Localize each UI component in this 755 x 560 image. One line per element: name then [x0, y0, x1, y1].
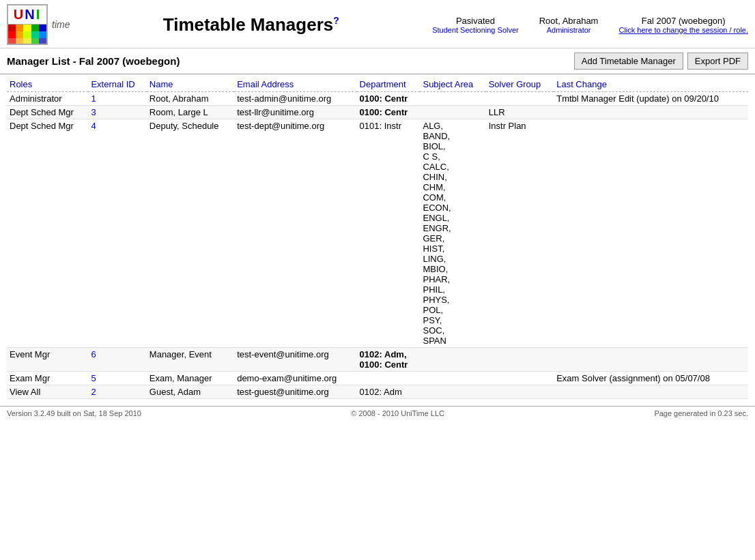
logo-box: UNI — [7, 4, 48, 45]
cell-ext-id: 2 — [88, 385, 146, 399]
add-timetable-manager-button[interactable]: Add Timetable Manager — [574, 53, 683, 70]
logo-area: UNI time — [7, 4, 70, 45]
user-info: Root, Abraham Administrator — [539, 16, 599, 34]
cell-email: test-guest@unitime.org — [234, 385, 356, 399]
cell-ext-id: 5 — [88, 372, 146, 385]
cell-email: test-llr@unitime.org — [234, 106, 356, 119]
table-container: Roles External ID Name Email Address Dep… — [0, 77, 755, 399]
cell-name: Room, Large L — [147, 106, 234, 119]
cell-department: 0101: Instr — [357, 119, 421, 348]
ext-id-link[interactable]: 2 — [91, 387, 96, 397]
cell-email: test-dept@unitime.org — [234, 119, 356, 348]
cell-ext-id: 3 — [88, 106, 146, 119]
cell-role: Dept Sched Mgr — [7, 119, 88, 348]
footer-copyright: © 2008 - 2010 UniTime LLC — [351, 409, 444, 417]
logo-uni: UNI — [8, 5, 46, 25]
top-right-info: Pasivated Student Sectioning Solver Root… — [432, 16, 748, 34]
logo-tile — [31, 25, 39, 31]
col-last-change[interactable]: Last Change — [554, 77, 748, 92]
cell-department — [357, 372, 421, 385]
help-icon[interactable]: ? — [333, 15, 339, 26]
cell-subject-area: ALG, BAND, BIOL, C S, CALC, CHIN, CHM, C… — [420, 119, 485, 348]
cell-last-change — [554, 106, 748, 119]
cell-name: Root, Abraham — [147, 92, 234, 106]
col-last-change-link[interactable]: Last Change — [556, 79, 607, 89]
cell-department: 0102: Adm — [357, 385, 421, 399]
page-title-text: Timetable Managers — [163, 14, 334, 35]
logo-tile — [23, 31, 31, 38]
footer-version: Version 3.2.49 built on Sat, 18 Sep 2010 — [7, 409, 141, 417]
logo-tile — [16, 25, 23, 31]
cell-ext-id: 4 — [88, 119, 146, 348]
ext-id-link[interactable]: 1 — [91, 93, 96, 104]
col-ext-id-link[interactable]: External ID — [91, 79, 134, 89]
cell-role: View All — [7, 385, 88, 399]
ext-id-link[interactable]: 6 — [91, 349, 96, 359]
logo-tile — [23, 38, 31, 45]
col-name[interactable]: Name — [147, 77, 234, 92]
logo-tile — [39, 25, 46, 31]
logo-tile — [31, 38, 39, 45]
table-row: Exam Mgr5Exam, Managerdemo-exam@unitime.… — [7, 372, 748, 385]
col-ext-id[interactable]: External ID — [88, 77, 146, 92]
session-sub[interactable]: Click here to change the session / role. — [618, 26, 748, 34]
export-pdf-button[interactable]: Export PDF — [687, 53, 748, 70]
logo-tiles — [8, 25, 46, 45]
table-header: Roles External ID Name Email Address Dep… — [7, 77, 748, 92]
col-subject-area[interactable]: Subject Area — [420, 77, 485, 92]
col-solver-group-link[interactable]: Solver Group — [489, 79, 541, 89]
table-row: Dept Sched Mgr4Deputy, Scheduletest-dept… — [7, 119, 748, 348]
cell-ext-id: 1 — [88, 92, 146, 106]
cell-name: Guest, Adam — [147, 385, 234, 399]
cell-last-change — [554, 348, 748, 372]
manager-list-title: Manager List - Fal 2007 (woebegon) — [7, 55, 180, 67]
cell-solver-group — [486, 372, 554, 385]
cell-solver-group: Instr Plan — [486, 119, 554, 348]
ext-id-link[interactable]: 3 — [91, 107, 96, 117]
cell-last-change — [554, 119, 748, 348]
cell-department: 0102: Adm,0100: Centr — [357, 348, 421, 372]
cell-subject-area — [420, 92, 485, 106]
ext-id-link[interactable]: 4 — [91, 121, 96, 131]
cell-subject-area — [420, 348, 485, 372]
cell-role: Dept Sched Mgr — [7, 106, 88, 119]
col-department-link[interactable]: Department — [360, 79, 406, 89]
pasivated-info: Pasivated Student Sectioning Solver — [432, 16, 519, 34]
col-department[interactable]: Department — [357, 77, 421, 92]
logo-i: I — [36, 7, 42, 22]
col-roles-link[interactable]: Roles — [10, 79, 32, 89]
cell-solver-group: LLR — [486, 106, 554, 119]
subheader: Manager List - Fal 2007 (woebegon) Add T… — [0, 48, 755, 74]
cell-subject-area — [420, 385, 485, 399]
cell-email: demo-exam@unitime.org — [234, 372, 356, 385]
session-info[interactable]: Fal 2007 (woebegon) Click here to change… — [618, 16, 748, 34]
logo-u: U — [14, 7, 25, 22]
ext-id-link[interactable]: 5 — [91, 373, 96, 383]
col-email-link[interactable]: Email Address — [237, 79, 294, 89]
cell-name: Deputy, Schedule — [147, 119, 234, 348]
logo-tile — [39, 31, 46, 38]
col-name-link[interactable]: Name — [149, 79, 173, 89]
button-group: Add Timetable Manager Export PDF — [574, 53, 748, 70]
pasivated-sub: Student Sectioning Solver — [432, 26, 519, 34]
col-subject-area-link[interactable]: Subject Area — [423, 79, 473, 89]
col-email[interactable]: Email Address — [234, 77, 356, 92]
cell-role: Event Mgr — [7, 348, 88, 372]
session-main: Fal 2007 (woebegon) — [618, 16, 748, 26]
table-row: View All2Guest, Adamtest-guest@unitime.o… — [7, 385, 748, 399]
col-solver-group[interactable]: Solver Group — [486, 77, 554, 92]
footer-generated: Page generated in 0.23 sec. — [654, 409, 748, 417]
user-main: Root, Abraham — [539, 16, 599, 26]
cell-ext-id: 6 — [88, 348, 146, 372]
manager-table: Roles External ID Name Email Address Dep… — [7, 77, 748, 399]
col-roles[interactable]: Roles — [7, 77, 88, 92]
cell-subject-area — [420, 106, 485, 119]
cell-solver-group — [486, 348, 554, 372]
table-row: Dept Sched Mgr3Room, Large Ltest-llr@uni… — [7, 106, 748, 119]
logo-tile — [8, 38, 16, 45]
cell-role: Administrator — [7, 92, 88, 106]
cell-solver-group — [486, 385, 554, 399]
logo-tile — [16, 38, 23, 45]
cell-email: test-event@unitime.org — [234, 348, 356, 372]
footer: Version 3.2.49 built on Sat, 18 Sep 2010… — [0, 406, 755, 420]
